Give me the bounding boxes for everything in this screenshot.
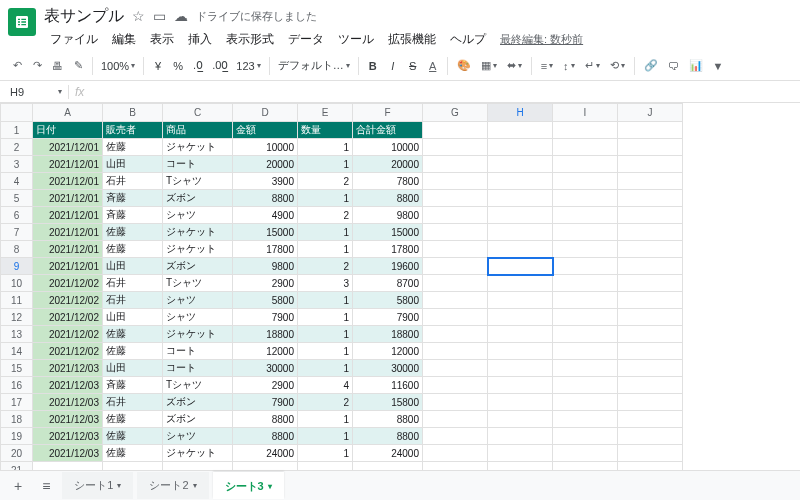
cell-B14[interactable]: 佐藤 (103, 343, 163, 360)
row-header[interactable]: 15 (1, 360, 33, 377)
italic-button[interactable]: I (384, 55, 402, 77)
row-header[interactable]: 20 (1, 445, 33, 462)
cell-G15[interactable] (423, 360, 488, 377)
cell-J1[interactable] (618, 122, 683, 139)
cell-B13[interactable]: 佐藤 (103, 326, 163, 343)
cell-D6[interactable]: 4900 (233, 207, 298, 224)
cell-F19[interactable]: 8800 (353, 428, 423, 445)
cell-F17[interactable]: 15800 (353, 394, 423, 411)
row-header[interactable]: 14 (1, 343, 33, 360)
spreadsheet-grid[interactable]: ABCDEFGHIJ1日付販売者商品金額数量合計金額22021/12/01佐藤ジ… (0, 103, 800, 483)
menu-表示形式[interactable]: 表示形式 (220, 28, 280, 51)
cell-B1[interactable]: 販売者 (103, 122, 163, 139)
undo-icon[interactable]: ↶ (8, 55, 26, 77)
cell-C1[interactable]: 商品 (163, 122, 233, 139)
cell-A10[interactable]: 2021/12/02 (33, 275, 103, 292)
cell-C10[interactable]: Tシャツ (163, 275, 233, 292)
cell-F10[interactable]: 8700 (353, 275, 423, 292)
increase-decimal-button[interactable]: .00̲ (209, 55, 231, 77)
cell-H10[interactable] (488, 275, 553, 292)
cell-H11[interactable] (488, 292, 553, 309)
cell-D17[interactable]: 7900 (233, 394, 298, 411)
cell-B5[interactable]: 斉藤 (103, 190, 163, 207)
cell-D18[interactable]: 8800 (233, 411, 298, 428)
cell-E18[interactable]: 1 (298, 411, 353, 428)
cell-G13[interactable] (423, 326, 488, 343)
cell-H19[interactable] (488, 428, 553, 445)
cell-C3[interactable]: コート (163, 156, 233, 173)
cell-F15[interactable]: 30000 (353, 360, 423, 377)
cell-F13[interactable]: 18800 (353, 326, 423, 343)
cell-E20[interactable]: 1 (298, 445, 353, 462)
cell-C12[interactable]: シャツ (163, 309, 233, 326)
row-header[interactable]: 7 (1, 224, 33, 241)
col-header-J[interactable]: J (618, 104, 683, 122)
cell-A2[interactable]: 2021/12/01 (33, 139, 103, 156)
cell-G7[interactable] (423, 224, 488, 241)
cell-G11[interactable] (423, 292, 488, 309)
cell-C13[interactable]: ジャケット (163, 326, 233, 343)
row-header[interactable]: 18 (1, 411, 33, 428)
cell-J12[interactable] (618, 309, 683, 326)
cell-A19[interactable]: 2021/12/03 (33, 428, 103, 445)
cell-A12[interactable]: 2021/12/02 (33, 309, 103, 326)
cell-H17[interactable] (488, 394, 553, 411)
cell-H2[interactable] (488, 139, 553, 156)
col-header-D[interactable]: D (233, 104, 298, 122)
cell-J14[interactable] (618, 343, 683, 360)
cell-C6[interactable]: シャツ (163, 207, 233, 224)
cell-D9[interactable]: 9800 (233, 258, 298, 275)
cell-B9[interactable]: 山田 (103, 258, 163, 275)
v-align-icon[interactable]: ↕ (559, 55, 579, 77)
wrap-icon[interactable]: ↵ (581, 55, 604, 77)
cell-D7[interactable]: 15000 (233, 224, 298, 241)
cell-H6[interactable] (488, 207, 553, 224)
cell-I4[interactable] (553, 173, 618, 190)
col-header-B[interactable]: B (103, 104, 163, 122)
bold-button[interactable]: B (364, 55, 382, 77)
cell-I3[interactable] (553, 156, 618, 173)
sheet-tab[interactable]: シート3 ▾ (213, 472, 284, 499)
cell-A7[interactable]: 2021/12/01 (33, 224, 103, 241)
row-header[interactable]: 12 (1, 309, 33, 326)
cell-F4[interactable]: 7800 (353, 173, 423, 190)
cell-I13[interactable] (553, 326, 618, 343)
cell-F3[interactable]: 20000 (353, 156, 423, 173)
cell-C16[interactable]: Tシャツ (163, 377, 233, 394)
cell-G5[interactable] (423, 190, 488, 207)
row-header[interactable]: 6 (1, 207, 33, 224)
cell-A14[interactable]: 2021/12/02 (33, 343, 103, 360)
cell-A20[interactable]: 2021/12/03 (33, 445, 103, 462)
row-header[interactable]: 10 (1, 275, 33, 292)
sheet-tab[interactable]: シート1 ▾ (62, 472, 133, 499)
cell-E9[interactable]: 2 (298, 258, 353, 275)
cell-G2[interactable] (423, 139, 488, 156)
cell-G20[interactable] (423, 445, 488, 462)
cell-F20[interactable]: 24000 (353, 445, 423, 462)
cell-I9[interactable] (553, 258, 618, 275)
cell-D12[interactable]: 7900 (233, 309, 298, 326)
cell-C19[interactable]: シャツ (163, 428, 233, 445)
cell-C20[interactable]: ジャケット (163, 445, 233, 462)
cell-H7[interactable] (488, 224, 553, 241)
cell-J11[interactable] (618, 292, 683, 309)
format-select[interactable]: 123 (233, 55, 263, 77)
cell-J17[interactable] (618, 394, 683, 411)
cell-E1[interactable]: 数量 (298, 122, 353, 139)
link-icon[interactable]: 🔗 (640, 55, 662, 77)
row-header[interactable]: 3 (1, 156, 33, 173)
cell-B4[interactable]: 石井 (103, 173, 163, 190)
cell-C18[interactable]: ズボン (163, 411, 233, 428)
cell-J18[interactable] (618, 411, 683, 428)
cell-A1[interactable]: 日付 (33, 122, 103, 139)
cell-F8[interactable]: 17800 (353, 241, 423, 258)
cell-I5[interactable] (553, 190, 618, 207)
cell-A18[interactable]: 2021/12/03 (33, 411, 103, 428)
cell-G9[interactable] (423, 258, 488, 275)
cell-B12[interactable]: 山田 (103, 309, 163, 326)
cell-H1[interactable] (488, 122, 553, 139)
cell-F2[interactable]: 10000 (353, 139, 423, 156)
select-all-corner[interactable] (1, 104, 33, 122)
cell-F18[interactable]: 8800 (353, 411, 423, 428)
sheet-tab-dropdown-icon[interactable]: ▾ (268, 482, 272, 491)
